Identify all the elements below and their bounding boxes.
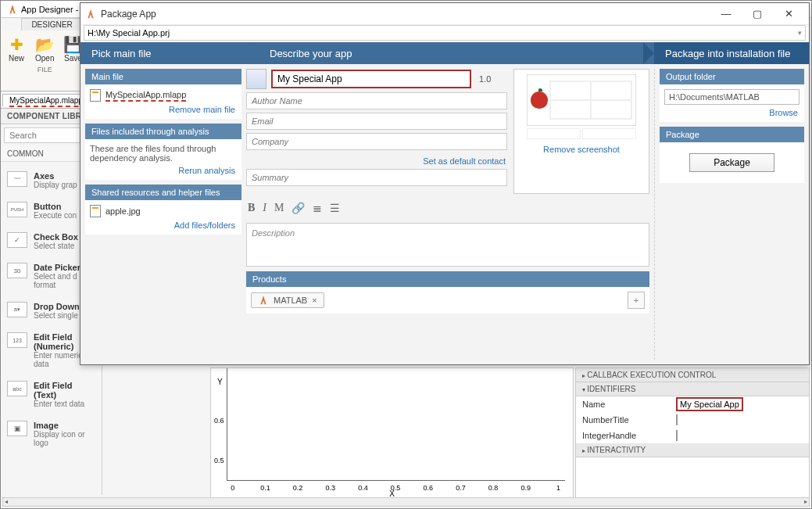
- checkbox-icon: ✓: [7, 232, 27, 248]
- open-button[interactable]: 📂Open: [30, 34, 59, 64]
- identifiers-section[interactable]: IDENTIFIERS: [576, 382, 809, 396]
- set-default-contact-link[interactable]: Set as default contact: [246, 153, 507, 166]
- italic-icon[interactable]: I: [263, 202, 266, 215]
- pkg-title: Package App: [101, 9, 156, 20]
- author-input[interactable]: [246, 92, 507, 109]
- products-header: Products: [246, 271, 649, 287]
- package-app-window: Package App — ▢ ✕ H:\My Special App.prj …: [80, 2, 810, 365]
- minimize-button[interactable]: —: [710, 4, 742, 24]
- image-file-icon: [90, 205, 101, 217]
- company-input[interactable]: [246, 133, 507, 150]
- bold-icon[interactable]: B: [248, 202, 255, 215]
- remove-screenshot-link[interactable]: Remove screenshot: [542, 142, 621, 154]
- col-output: Output folder H:\Documents\MATLAB Browse…: [654, 69, 804, 360]
- close-button[interactable]: ✕: [773, 4, 804, 24]
- step-describe-app: Describe your app: [259, 42, 654, 64]
- add-product-button[interactable]: +: [628, 292, 645, 309]
- apple-icon: [531, 91, 548, 109]
- main-file-row: MySpecialApp.mlapp: [90, 89, 237, 102]
- prop-numbertitle-row: NumberTitle: [576, 412, 809, 428]
- pkg-body: Main file MySpecialApp.mlapp Remove main…: [80, 64, 809, 364]
- output-folder-header: Output folder: [660, 69, 804, 84]
- matlab-icon: [85, 9, 96, 20]
- matlab-icon: [7, 4, 18, 15]
- step-package-file: Package into installation file: [654, 42, 809, 64]
- version-label[interactable]: 1.0: [476, 74, 507, 84]
- integerhandle-checkbox[interactable]: [676, 430, 678, 441]
- shared-file-row: apple.jpg: [90, 205, 237, 217]
- package-button[interactable]: Package: [689, 153, 774, 172]
- rich-text-toolbar: B I M 🔗 ≣ ☰: [246, 199, 649, 218]
- comp-image[interactable]: ▣ImageDisplay icon or logo: [2, 414, 100, 453]
- matlab-chip: MATLAB ×: [251, 292, 324, 308]
- summary-input[interactable]: [246, 169, 507, 186]
- pkg-titlebar: Package App — ▢ ✕: [80, 3, 809, 25]
- y-axis-label: Y: [217, 378, 223, 386]
- document-icon: [90, 89, 101, 102]
- included-files-header: Files included through analysis: [85, 124, 241, 139]
- callback-section[interactable]: CALLBACK EXECUTION CONTROL: [576, 368, 809, 382]
- bullet-list-icon[interactable]: ≣: [313, 202, 322, 215]
- prop-name-value[interactable]: My Special App: [676, 397, 743, 411]
- rerun-analysis-link[interactable]: Rerun analysis: [90, 163, 237, 175]
- canvas-area: Y X 0.6 0.5 0 0.1 0.2 0.3 0.4 0.5 0.6 0.…: [210, 367, 574, 500]
- properties-panel: CALLBACK EXECUTION CONTROL IDENTIFIERS N…: [575, 367, 810, 500]
- link-icon[interactable]: 🔗: [292, 202, 305, 215]
- main-file-header: Main file: [85, 69, 241, 84]
- remove-main-file-link[interactable]: Remove main file: [90, 102, 237, 114]
- maximize-button[interactable]: ▢: [742, 4, 773, 24]
- app-name-input[interactable]: [271, 70, 471, 88]
- matlab-icon: [258, 295, 269, 306]
- shared-files-header: Shared resources and helper files: [85, 185, 241, 200]
- file-section-label: FILE: [38, 66, 52, 73]
- description-input[interactable]: Description: [246, 223, 649, 267]
- package-header: Package: [660, 127, 804, 142]
- prop-name-row: Name My Special App: [576, 396, 809, 412]
- calendar-icon: 30: [7, 263, 27, 278]
- interactivity-section[interactable]: INTERACTIVITY: [576, 443, 809, 457]
- email-input[interactable]: [246, 113, 507, 130]
- bottom-scrollbar[interactable]: ◂▸: [2, 497, 810, 507]
- text-field-icon: abc: [7, 381, 27, 396]
- prop-integerhandle-row: IntegerHandle: [576, 428, 809, 443]
- included-desc: These are the files found through depend…: [90, 144, 216, 163]
- project-path[interactable]: H:\My Special App.prj ▾: [84, 25, 806, 41]
- designer-tab[interactable]: DESIGNER: [21, 18, 82, 30]
- col-main-file: Main file MySpecialApp.mlapp Remove main…: [85, 69, 241, 360]
- axes-icon: 〰: [7, 171, 27, 187]
- mono-icon[interactable]: M: [274, 202, 284, 215]
- browse-link[interactable]: Browse: [664, 105, 799, 117]
- dropdown-icon: a▾: [7, 302, 27, 317]
- file-tab-label: MySpecialApp.mlapp: [9, 96, 83, 105]
- image-icon: ▣: [7, 421, 27, 436]
- bg-title: App Designer -: [21, 5, 78, 14]
- step-pick-main-file: Pick main file: [80, 42, 248, 64]
- app-icon[interactable]: [246, 69, 266, 89]
- output-folder-input[interactable]: H:\Documents\MATLAB: [664, 89, 799, 105]
- chevron-down-icon[interactable]: ▾: [798, 29, 802, 37]
- button-icon: PUSH: [7, 202, 27, 217]
- mini-plot-icon: [549, 81, 632, 120]
- screenshot-box: Remove screenshot: [513, 69, 649, 194]
- numeric-field-icon: 123: [7, 332, 27, 348]
- new-button[interactable]: ✚New: [2, 34, 30, 64]
- number-list-icon[interactable]: ☰: [330, 202, 340, 215]
- main-file-name[interactable]: MySpecialApp.mlapp: [106, 90, 186, 102]
- comp-edittext[interactable]: abcEdit Field (Text)Enter text data: [2, 375, 100, 414]
- shared-file-name[interactable]: apple.jpg: [106, 206, 141, 216]
- screenshot-preview: [527, 74, 636, 126]
- axes-plot: [227, 368, 565, 481]
- step-bar: Pick main file Describe your app Package…: [80, 42, 809, 64]
- col-describe: 1.0 Set as default contact: [246, 69, 649, 360]
- remove-product-icon[interactable]: ×: [312, 296, 317, 305]
- numbertitle-checkbox[interactable]: [676, 414, 678, 425]
- add-files-link[interactable]: Add files/folders: [90, 217, 237, 230]
